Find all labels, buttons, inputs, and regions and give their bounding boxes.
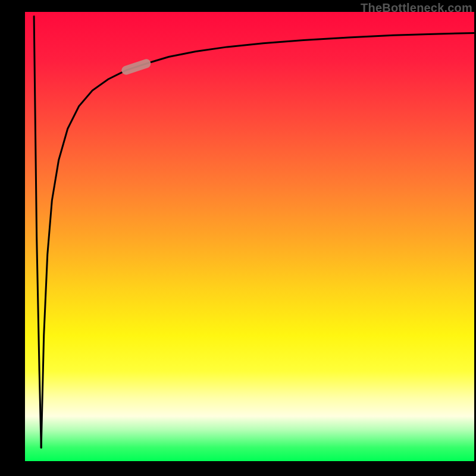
attribution-text: TheBottleneck.com [361,1,472,15]
curve-group [34,17,474,448]
curve-layer [25,12,474,461]
recovery-curve-path [41,33,474,447]
chart-stage: TheBottleneck.com [0,0,476,476]
left-spike-path [34,17,41,448]
highlight-segment-path [126,64,146,70]
